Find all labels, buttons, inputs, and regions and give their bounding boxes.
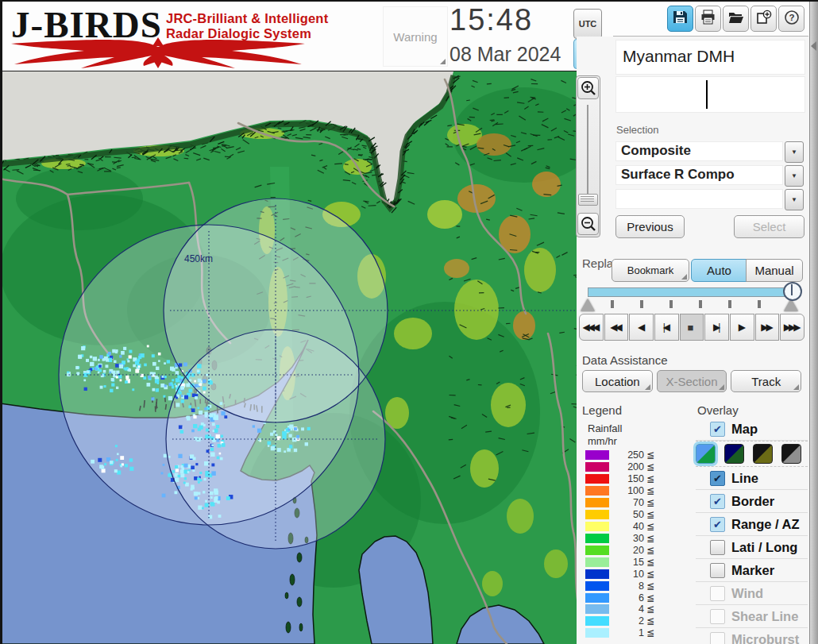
track-button[interactable]: Track <box>731 370 801 392</box>
overlay-item-lati-long[interactable]: Lati / Long <box>696 536 808 559</box>
dropdown-category[interactable]: Composite ▼ <box>615 141 804 161</box>
checkbox[interactable] <box>710 563 725 578</box>
legend-color-swatch <box>585 593 609 603</box>
checkbox[interactable] <box>710 632 725 644</box>
play-button[interactable]: ▶ <box>730 314 754 341</box>
checkbox[interactable] <box>710 586 725 601</box>
step-forward-button[interactable]: ▶| <box>704 314 729 341</box>
overlay-item-range-az[interactable]: ✔Range / AZ <box>696 513 808 536</box>
zoom-out-button[interactable] <box>577 213 599 235</box>
checkbox[interactable] <box>710 609 725 624</box>
map-style-3[interactable] <box>753 444 773 464</box>
dropdown-extra[interactable]: ▼ <box>615 189 804 209</box>
legend-color-swatch <box>585 486 609 496</box>
open-folder-button[interactable] <box>723 6 749 32</box>
station-name-field[interactable]: Myanmar DMH <box>615 40 805 75</box>
chevron-down-icon[interactable]: ▼ <box>785 189 804 210</box>
print-button[interactable] <box>695 6 721 32</box>
zoom-in-button[interactable] <box>577 77 599 99</box>
map-style-2[interactable] <box>724 444 744 464</box>
slider-start-marker-icon[interactable] <box>581 299 595 311</box>
save-button[interactable] <box>667 6 693 32</box>
collapse-panel-icon[interactable] <box>811 41 816 51</box>
legend-color-swatch <box>585 581 609 591</box>
magnifier-minus-icon <box>580 215 597 233</box>
slider-tick <box>640 300 643 308</box>
play-reverse-button[interactable]: ◀ <box>629 314 654 341</box>
menu-corner-icon <box>645 384 650 390</box>
bookmark-button[interactable]: Bookmark <box>612 259 689 282</box>
timezone-utc-button[interactable]: UTC <box>573 9 602 39</box>
panel-edge-bar[interactable] <box>809 0 818 644</box>
auto-mode-button[interactable]: Auto <box>691 259 747 282</box>
location-button[interactable]: Location <box>582 370 653 392</box>
legend-row: 6≦ <box>585 592 665 604</box>
checkbox[interactable]: ✔ <box>710 422 725 437</box>
menu-corner-icon <box>719 384 724 390</box>
radar-map[interactable]: 450km <box>0 71 580 644</box>
overlay-item-line[interactable]: ✔Line <box>696 467 808 490</box>
legend-value: 15 <box>609 557 644 568</box>
save-icon <box>673 10 688 28</box>
replay-slider-track[interactable] <box>588 287 801 297</box>
legend-row: 2≦ <box>585 615 665 627</box>
legend-row: 200≦ <box>585 461 665 473</box>
map-zoom-strip <box>576 75 600 237</box>
checkbox[interactable] <box>710 540 725 555</box>
manual-mode-button[interactable]: Manual <box>746 259 803 282</box>
overlay-item-shear-line[interactable]: Shear Line <box>696 605 808 628</box>
legend-value: 150 <box>609 473 644 484</box>
legend-row: 15≦ <box>585 556 665 568</box>
overlay-item-marker[interactable]: Marker <box>696 559 808 582</box>
stop-button[interactable]: ■ <box>680 314 704 341</box>
magnifier-plus-icon <box>580 79 597 97</box>
fast-forward-button[interactable]: ▶▶ <box>755 314 780 341</box>
legend-value: 30 <box>609 533 644 544</box>
overlay-item-label: Range / AZ <box>731 517 800 532</box>
warning-button[interactable]: Warning <box>383 6 448 67</box>
select-button[interactable]: Select <box>734 215 804 238</box>
selection-section-label: Selection <box>616 124 658 136</box>
chevron-down-icon[interactable]: ▼ <box>785 165 804 187</box>
slider-tick <box>611 300 614 308</box>
checkbox[interactable]: ✔ <box>710 471 725 486</box>
overlay-item-map[interactable]: ✔Map <box>696 418 808 441</box>
checkbox[interactable]: ✔ <box>710 494 725 509</box>
entry-field[interactable] <box>615 76 805 113</box>
fast-forward-full-button[interactable]: ▶▶▶ <box>780 314 804 341</box>
overlay-item-border[interactable]: ✔Border <box>696 490 808 513</box>
rewind-full-button[interactable]: ◀◀◀ <box>579 314 604 341</box>
rewind-button[interactable]: ◀◀ <box>604 314 629 341</box>
replay-slider-thumb[interactable] <box>783 282 802 301</box>
checkbox[interactable]: ✔ <box>710 517 725 532</box>
overlay-item-microburst[interactable]: Microburst <box>696 628 808 644</box>
legend-section-label: Legend <box>582 403 622 417</box>
chevron-down-icon[interactable]: ▼ <box>785 141 804 163</box>
zoom-slider-thumb[interactable] <box>578 194 598 206</box>
legend-lte-symbol: ≦ <box>646 592 654 604</box>
rainfall-legend: 250≦200≦150≦100≦70≦50≦40≦30≦20≦15≦10≦8≦6… <box>585 449 665 639</box>
overlay-item-label: Microburst <box>731 632 799 644</box>
menu-corner-icon <box>681 274 687 280</box>
legend-lte-symbol: ≦ <box>646 580 654 592</box>
step-back-button[interactable]: |◀ <box>654 314 679 341</box>
legend-lte-symbol: ≦ <box>646 569 654 580</box>
legend-color-swatch <box>585 616 609 626</box>
help-button[interactable]: ? <box>778 6 804 32</box>
dropdown-product[interactable]: Surface R Compo ▼ <box>615 165 804 185</box>
dropdown-extra-value <box>615 189 783 209</box>
previous-button[interactable]: Previous <box>615 215 685 238</box>
legend-lte-symbol: ≦ <box>646 533 654 544</box>
legend-color-swatch <box>585 604 609 614</box>
overlay-item-label: Marker <box>731 563 774 578</box>
x-section-button[interactable]: X-Section <box>657 370 727 392</box>
map-style-4[interactable] <box>781 444 801 464</box>
overlay-item-wind[interactable]: Wind <box>696 582 808 605</box>
add-window-button[interactable] <box>750 6 777 32</box>
map-style-1[interactable] <box>696 444 716 464</box>
zoom-slider-track[interactable] <box>587 105 588 199</box>
legend-value: 20 <box>609 545 644 556</box>
legend-value: 8 <box>609 580 644 592</box>
legend-lte-symbol: ≦ <box>646 545 654 556</box>
legend-value: 40 <box>609 521 644 532</box>
